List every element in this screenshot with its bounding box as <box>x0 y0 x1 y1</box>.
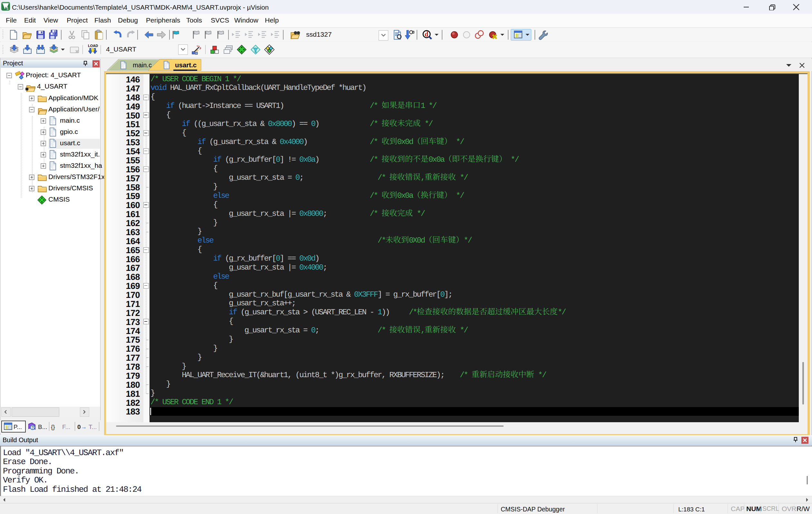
svg-text:5: 5 <box>6 6 8 11</box>
svg-text:LOAD: LOAD <box>88 44 98 48</box>
svg-text:?: ? <box>32 425 34 430</box>
svg-text:d: d <box>425 31 428 38</box>
